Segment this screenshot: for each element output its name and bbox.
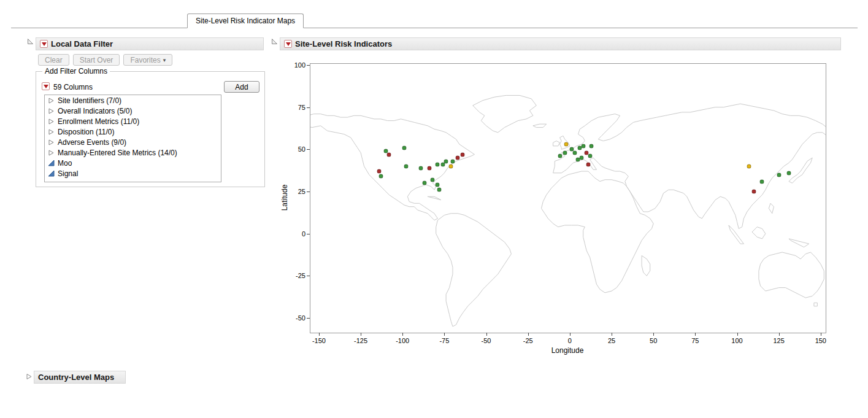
- y-axis-tick-label: 25: [298, 188, 305, 195]
- y-axis-tick-label: -50: [296, 314, 305, 322]
- x-axis-tick-label: -100: [396, 337, 409, 344]
- site-marker-green-sites[interactable]: [563, 150, 567, 155]
- red-triangle-menu-icon[interactable]: [40, 40, 48, 48]
- site-marker-green-sites[interactable]: [436, 163, 440, 167]
- filter-column-item[interactable]: Signal: [45, 168, 221, 179]
- columns-red-triangle-menu-icon[interactable]: [42, 82, 50, 90]
- expand-triangle-icon[interactable]: [48, 129, 55, 135]
- country-level-maps-title: Country-Level Maps: [38, 373, 114, 382]
- filter-column-label: Disposition (11/0): [58, 128, 114, 136]
- site-marker-yellow-sites[interactable]: [449, 164, 453, 168]
- x-axis-tick-mark: [361, 333, 361, 336]
- site-marker-green-sites[interactable]: [777, 172, 781, 177]
- site-marker-red-sites[interactable]: [427, 166, 431, 170]
- y-axis-tick-mark: [307, 276, 310, 276]
- filter-column-label: Manually-Entered Site Metrics (14/0): [58, 149, 177, 157]
- x-axis-tick-mark: [528, 333, 529, 336]
- expand-triangle-icon[interactable]: [48, 108, 55, 114]
- y-axis-tick-label: 75: [298, 104, 305, 111]
- disclosure-open-icon[interactable]: [27, 38, 34, 45]
- y-axis-tick-mark: [307, 107, 310, 108]
- site-marker-red-sites[interactable]: [751, 190, 756, 194]
- site-marker-green-sites[interactable]: [590, 144, 594, 148]
- x-axis-tick-label: -150: [312, 337, 326, 344]
- site-marker-red-sites[interactable]: [377, 169, 382, 174]
- tab-site-level-risk-indicator-maps[interactable]: Site-Level Risk Indicator Maps: [187, 14, 304, 28]
- filter-column-item[interactable]: Disposition (11/0): [45, 126, 221, 137]
- x-axis-tick-mark: [737, 333, 738, 336]
- site-level-risk-indicators-title: Site-Level Risk Indicators: [295, 39, 392, 48]
- site-marker-green-sites[interactable]: [422, 181, 426, 185]
- filter-column-label: Overall Indicators (5/0): [58, 107, 132, 115]
- expand-triangle-icon[interactable]: [48, 98, 55, 104]
- site-marker-green-sites[interactable]: [431, 177, 435, 182]
- filter-column-label: Site Identifiers (7/0): [58, 96, 121, 105]
- x-axis-tick-label: -25: [523, 337, 533, 344]
- site-marker-green-sites[interactable]: [760, 179, 764, 184]
- x-axis-tick-mark: [653, 333, 654, 336]
- columns-summary: 59 Columns: [53, 83, 93, 91]
- dropdown-arrow-icon: ▾: [163, 57, 166, 63]
- expand-triangle-icon[interactable]: [48, 150, 55, 156]
- local-data-filter-header[interactable]: Local Data Filter: [36, 37, 264, 50]
- filter-columns-list[interactable]: Site Identifiers (7/0)Overall Indicators…: [44, 95, 221, 182]
- country-level-maps-header[interactable]: Country-Level Maps: [34, 371, 126, 384]
- y-axis-tick-mark: [307, 65, 310, 66]
- site-marker-green-sites[interactable]: [451, 159, 455, 163]
- filter-column-item[interactable]: Site Identifiers (7/0): [45, 95, 221, 106]
- disclosure-closed-icon[interactable]: [26, 373, 33, 380]
- map-plot[interactable]: -150-125-100-75-50-250255075100125150100…: [310, 63, 826, 333]
- y-axis-tick-mark: [307, 318, 310, 319]
- filter-column-item[interactable]: Overall Indicators (5/0): [45, 106, 221, 116]
- filter-buttons-row: Clear Start Over Favorites ▾: [38, 54, 172, 66]
- site-marker-green-sites[interactable]: [402, 145, 406, 150]
- x-axis-tick-label: 50: [650, 337, 657, 344]
- site-marker-green-sites[interactable]: [579, 156, 583, 160]
- add-button[interactable]: Add: [224, 81, 259, 93]
- site-marker-green-sites[interactable]: [440, 163, 445, 167]
- filter-column-item[interactable]: Manually-Entered Site Metrics (14/0): [45, 147, 221, 158]
- site-marker-green-sites[interactable]: [588, 154, 592, 158]
- site-marker-green-sites[interactable]: [558, 154, 562, 158]
- filter-column-label: Enrollment Metrics (11/0): [58, 117, 139, 126]
- site-marker-green-sites[interactable]: [787, 171, 791, 175]
- expand-triangle-icon[interactable]: [48, 139, 55, 145]
- site-marker-red-sites[interactable]: [387, 152, 391, 157]
- site-marker-green-sites[interactable]: [436, 183, 440, 187]
- filter-column-item[interactable]: Adverse Events (9/0): [45, 137, 221, 147]
- red-triangle-menu-icon[interactable]: [284, 40, 292, 48]
- x-axis-tick-label: 0: [568, 337, 572, 344]
- site-marker-red-sites[interactable]: [585, 150, 589, 155]
- y-axis-tick-mark: [307, 149, 310, 150]
- filter-column-item[interactable]: Moo: [45, 158, 221, 168]
- site-marker-green-sites[interactable]: [404, 164, 408, 168]
- continuous-column-icon: [48, 170, 55, 177]
- site-marker-green-sites[interactable]: [581, 144, 585, 148]
- filter-column-item[interactable]: Enrollment Metrics (11/0): [45, 116, 221, 126]
- start-over-button[interactable]: Start Over: [73, 54, 120, 66]
- favorites-button[interactable]: Favorites ▾: [123, 54, 172, 66]
- y-axis-title: Latitude: [280, 179, 289, 216]
- site-marker-green-sites[interactable]: [444, 159, 448, 163]
- disclosure-open-icon[interactable]: [271, 38, 278, 45]
- filter-column-label: Adverse Events (9/0): [58, 138, 126, 147]
- site-marker-red-sites[interactable]: [586, 163, 590, 167]
- expand-triangle-icon[interactable]: [48, 118, 55, 125]
- site-marker-green-sites[interactable]: [573, 150, 577, 155]
- world-map-outline: [310, 64, 826, 333]
- clear-button[interactable]: Clear: [38, 54, 69, 66]
- y-axis-tick-label: 0: [302, 230, 305, 238]
- site-marker-green-sites[interactable]: [419, 166, 423, 170]
- site-marker-red-sites[interactable]: [461, 152, 465, 157]
- y-axis-tick-label: 100: [294, 61, 305, 69]
- favorites-label: Favorites: [130, 56, 160, 64]
- site-marker-green-sites[interactable]: [437, 188, 442, 192]
- x-axis-tick-label: 125: [773, 337, 784, 344]
- site-level-risk-indicators-header[interactable]: Site-Level Risk Indicators: [280, 37, 841, 50]
- x-axis-tick-mark: [612, 333, 612, 336]
- site-marker-green-sites[interactable]: [378, 174, 383, 179]
- local-data-filter-title: Local Data Filter: [51, 39, 113, 48]
- site-marker-red-sites[interactable]: [456, 156, 460, 160]
- site-marker-yellow-sites[interactable]: [564, 142, 569, 147]
- site-marker-yellow-sites[interactable]: [747, 164, 751, 168]
